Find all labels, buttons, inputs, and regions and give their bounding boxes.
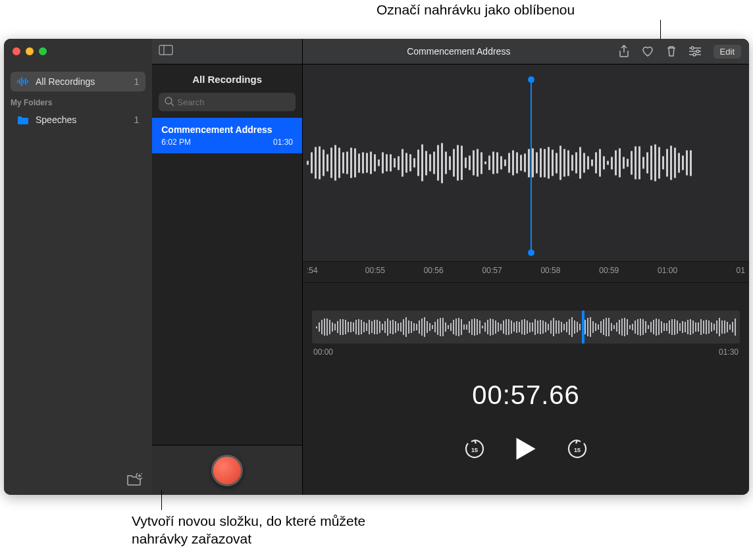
svg-rect-2 xyxy=(21,77,22,86)
overview-end: 01:30 xyxy=(719,347,739,357)
share-button[interactable] xyxy=(619,45,629,58)
ruler-tick: 00:59 xyxy=(599,266,628,282)
window-controls xyxy=(4,39,152,64)
svg-line-10 xyxy=(171,103,174,106)
toolbar-right: Commencement Address Edit xyxy=(303,39,749,64)
playback-time: 00:57.66 xyxy=(303,380,749,410)
svg-point-16 xyxy=(693,53,696,56)
favorite-button[interactable] xyxy=(641,45,654,57)
callout-new-folder: Vytvoří novou složku, do které můžete na… xyxy=(132,512,369,548)
svg-rect-4 xyxy=(25,78,26,85)
ruler-tick: 01:00 xyxy=(658,266,687,282)
sidebar-toggle-button[interactable] xyxy=(159,45,173,58)
sidebar-item-count: 1 xyxy=(134,76,139,87)
sidebar-item-speeches[interactable]: Speeches 1 xyxy=(11,110,145,130)
time-ruler: :54 00:55 00:56 00:57 00:58 00:59 01:00 … xyxy=(303,262,749,283)
waveform-overview: 00:00 01:30 xyxy=(303,283,749,366)
svg-point-14 xyxy=(696,50,699,53)
callout-line xyxy=(161,490,162,510)
overview-track[interactable] xyxy=(312,311,740,344)
ruler-tick: 01 xyxy=(716,266,745,282)
record-row xyxy=(152,445,302,495)
recording-duration: 01:30 xyxy=(273,138,293,147)
svg-point-12 xyxy=(691,47,694,49)
svg-rect-0 xyxy=(17,80,18,83)
folder-icon xyxy=(17,114,29,126)
delete-button[interactable] xyxy=(666,45,677,57)
new-folder-button[interactable] xyxy=(126,471,143,488)
settings-button[interactable] xyxy=(688,46,702,57)
search-input[interactable] xyxy=(159,93,296,111)
ruler-tick: :54 xyxy=(307,266,336,282)
recordings-column: All Recordings Commencement Address 6:02… xyxy=(152,39,303,495)
sidebar-item-label: All Recordings xyxy=(36,76,95,87)
sidebar-item-label: Speeches xyxy=(36,115,76,125)
recording-time: 6:02 PM xyxy=(161,138,191,147)
close-window-button[interactable] xyxy=(13,47,20,55)
playback-controls: 15 15 xyxy=(303,436,749,464)
svg-rect-7 xyxy=(159,45,172,55)
player-column: Commencement Address Edit :54 00:55 00:5… xyxy=(303,39,749,495)
svg-rect-1 xyxy=(19,79,20,84)
waveform-detail[interactable] xyxy=(303,64,749,262)
recording-item[interactable]: Commencement Address 6:02 PM 01:30 xyxy=(152,118,302,153)
callout-line xyxy=(660,20,661,39)
fullscreen-window-button[interactable] xyxy=(39,47,47,55)
recording-title: Commencement Address xyxy=(161,124,293,135)
overview-start: 00:00 xyxy=(313,347,333,357)
skip-forward-label: 15 xyxy=(574,447,581,453)
toolbar-title: Commencement Address xyxy=(311,46,607,57)
search-icon xyxy=(164,96,174,109)
toolbar-left xyxy=(152,39,302,64)
callout-favorite: Označí nahrávku jako oblíbenou xyxy=(376,1,575,18)
play-button[interactable] xyxy=(515,436,537,464)
skip-forward-button[interactable]: 15 xyxy=(566,438,588,463)
record-button[interactable] xyxy=(211,455,243,486)
sidebar-item-count: 1 xyxy=(134,115,139,125)
waveform-icon xyxy=(17,76,29,88)
sidebar: All Recordings 1 My Folders Speeches 1 xyxy=(4,39,152,495)
ruler-tick: 00:55 xyxy=(365,266,394,282)
minimize-window-button[interactable] xyxy=(26,47,34,55)
skip-back-label: 15 xyxy=(471,447,478,453)
svg-point-9 xyxy=(165,97,172,104)
overview-playhead[interactable] xyxy=(582,311,584,344)
ruler-tick: 00:56 xyxy=(424,266,453,282)
svg-rect-5 xyxy=(27,80,28,83)
ruler-tick: 00:57 xyxy=(482,266,511,282)
sidebar-folders-header: My Folders xyxy=(4,91,152,110)
svg-rect-3 xyxy=(23,80,24,84)
edit-button[interactable]: Edit xyxy=(714,45,741,59)
app-window: All Recordings 1 My Folders Speeches 1 A… xyxy=(4,39,749,495)
recordings-title: All Recordings xyxy=(152,64,302,93)
skip-back-button[interactable]: 15 xyxy=(463,438,486,463)
playhead[interactable] xyxy=(531,80,532,252)
ruler-tick: 00:58 xyxy=(540,266,569,282)
sidebar-item-all-recordings[interactable]: All Recordings 1 xyxy=(11,72,145,91)
